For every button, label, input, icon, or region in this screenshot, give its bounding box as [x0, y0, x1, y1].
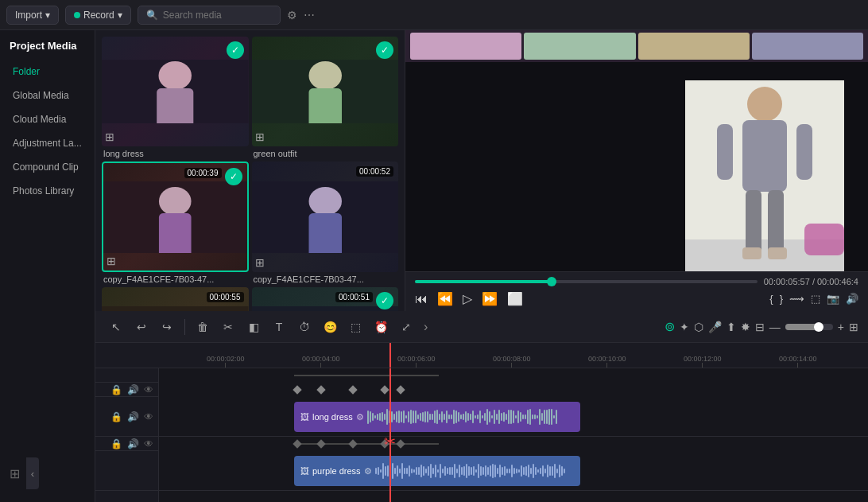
video-clip-long-dress[interactable]: 🖼 long dress ⚙ // Will be generated by i…	[294, 402, 580, 432]
track-video-lock-icon[interactable]: 🔒	[110, 411, 122, 422]
svg-point-4	[308, 61, 342, 90]
add-folder-button[interactable]: ⊞	[10, 466, 20, 481]
mic-button[interactable]: 🎤	[708, 321, 722, 333]
more-options-icon[interactable]: ⋯	[304, 9, 315, 21]
record-button[interactable]: Record ▾	[65, 6, 131, 25]
keyframe-diamond-mid[interactable]	[293, 439, 301, 448]
media-type-icon: ⊞	[107, 255, 116, 267]
list-item[interactable]: 00:00:39 ✓ ⊞ copy_F4AE1CFE-7B03-47...	[102, 161, 249, 283]
seek-bar[interactable]	[415, 280, 758, 283]
play-button[interactable]: ▷	[463, 291, 472, 306]
progress-fill	[415, 280, 552, 283]
mask-button[interactable]: ⬡	[694, 321, 703, 333]
timeline-mode-button[interactable]: ⊚	[665, 319, 675, 334]
media-thumbnail[interactable]: 00:00:52 ⊞	[252, 161, 399, 271]
track-lock-icon[interactable]: 🔒	[110, 384, 122, 395]
grid-button[interactable]: ⊞	[849, 321, 858, 333]
monitor-button[interactable]: ⬚	[811, 293, 820, 305]
delete-button[interactable]: 🗑	[192, 316, 214, 338]
sidebar-item-photos-library[interactable]: Photos Library	[3, 180, 91, 202]
sidebar-item-global-media[interactable]: Global Media	[3, 84, 91, 107]
track-audio-visible-icon[interactable]: 👁	[144, 438, 153, 449]
redo-button[interactable]: ↪	[156, 316, 178, 338]
progress-thumb[interactable]	[547, 277, 556, 286]
list-item[interactable]: ✓ ⊞ green outfit	[252, 37, 399, 158]
keyframe-diamond-mid[interactable]	[348, 439, 357, 448]
media-thumbnail[interactable]: ✓ ⊞	[252, 37, 399, 146]
keyframe-diamond[interactable]	[348, 385, 357, 394]
rewind-button[interactable]: ⏮	[415, 292, 428, 306]
sidebar-item-compound-clip[interactable]: Compound Clip	[3, 156, 91, 178]
keyframe-diamond[interactable]	[293, 385, 301, 394]
extract-button[interactable]: ⬆	[727, 321, 736, 333]
select-tool-button[interactable]: ↖	[105, 316, 127, 338]
list-item[interactable]: ✓ ⊞ long dress	[102, 37, 249, 158]
crop-button[interactable]: ◧	[242, 316, 265, 338]
zoom-slider[interactable]	[785, 324, 833, 330]
sidebar-item-cloud-media[interactable]: Cloud Media	[3, 108, 91, 130]
ruler-mark: 00:00:04:00	[302, 355, 340, 368]
diamond-row	[159, 383, 868, 397]
sidebar-item-adjustment[interactable]: Adjustment La...	[3, 132, 91, 154]
sidebar-item-folder[interactable]: Folder	[3, 60, 91, 83]
keyframe-diamond[interactable]	[396, 385, 405, 394]
list-item[interactable]: 00:00:55 ⊞ copy_F4AE1CFE-7B03-47...	[102, 287, 249, 311]
preview-progress-bar[interactable]: 00:00:05:57 / 00:00:46:4	[415, 277, 858, 286]
track-audio-lock-icon[interactable]: 🔒	[110, 438, 122, 449]
media-thumbnail[interactable]: ✓ ⊞	[102, 37, 249, 146]
list-item[interactable]: 00:00:52 ⊞ copy_F4AE1CFE-7B03-47...	[252, 161, 399, 283]
media-thumbnail[interactable]: 00:00:39 ✓ ⊞	[102, 161, 249, 271]
more-tools-button[interactable]: ›	[424, 320, 428, 334]
list-item[interactable]: 00:00:51 ✓ ⊞ copy_F4AE1CFE-7B03-47...	[252, 287, 399, 311]
media-selected-check: ✓	[376, 41, 393, 59]
keyframe-diamond-mid[interactable]	[316, 439, 325, 448]
undo-button[interactable]: ↩	[130, 316, 153, 338]
import-label: Import	[15, 10, 42, 21]
svg-point-1	[158, 61, 192, 90]
text-button[interactable]: T	[268, 316, 290, 338]
cut-button[interactable]: ✂	[217, 316, 239, 338]
filter-icon[interactable]: ⚙	[287, 9, 297, 21]
keyframe-diamond[interactable]	[316, 385, 325, 394]
step-back-button[interactable]: ⏪	[437, 291, 453, 306]
keyframe-diamond[interactable]	[380, 385, 389, 394]
timer-button[interactable]: ⏰	[370, 316, 392, 338]
search-input[interactable]	[163, 10, 272, 21]
expand-button[interactable]: ⤢	[395, 316, 417, 338]
media-type-icon: ⊞	[105, 130, 114, 143]
fullscreen-button[interactable]: ⬜	[507, 291, 523, 306]
media-panel: ✓ ⊞ long dress ✓	[95, 30, 405, 311]
step-forward-button[interactable]: ⏩	[482, 291, 498, 306]
keyframe-diamond-mid[interactable]	[396, 439, 405, 448]
import-button[interactable]: Import ▾	[6, 6, 59, 25]
clip-label: long dress	[312, 412, 353, 422]
track-audio-mute-icon[interactable]: 🔊	[127, 438, 139, 449]
split-button[interactable]: ⊟	[755, 321, 765, 333]
record-label: Record	[83, 10, 114, 21]
speed-button[interactable]: ⏱	[293, 316, 316, 338]
search-bar[interactable]: 🔍	[138, 6, 281, 25]
track-connector-line	[294, 375, 439, 376]
overlay-button[interactable]: ⬚	[344, 316, 366, 338]
sidebar-title: Project Media	[0, 37, 95, 60]
minus-button[interactable]: —	[769, 321, 781, 333]
media-thumbnail[interactable]: 00:00:51 ✓ ⊞	[252, 287, 399, 311]
audio-button[interactable]: 🔊	[846, 293, 858, 305]
mark-out-button[interactable]: }	[780, 293, 783, 305]
track-video-visible-icon[interactable]: 👁	[144, 411, 153, 422]
sidebar-collapse-button[interactable]: ‹	[26, 457, 39, 489]
media-thumbnail[interactable]: 00:00:55 ⊞	[102, 287, 249, 311]
emoji-button[interactable]: 😊	[319, 316, 341, 338]
media-item-label: copy_F4AE1CFE-7B03-47...	[252, 274, 399, 284]
track-mute-icon[interactable]: 🔊	[127, 384, 139, 395]
snapshot-button[interactable]: 📷	[827, 293, 839, 305]
audio-clip-purple-dress[interactable]: 🖼 purple dress ⚙	[294, 456, 580, 486]
track-video-mute-icon[interactable]: 🔊	[127, 411, 139, 422]
svg-rect-26	[742, 247, 761, 259]
ai-button[interactable]: ✸	[741, 321, 750, 333]
insert-button[interactable]: ⟿	[789, 293, 804, 305]
mark-in-button[interactable]: {	[769, 293, 773, 305]
plus-button[interactable]: +	[838, 321, 844, 333]
effects-button[interactable]: ✦	[680, 321, 689, 333]
track-visible-icon[interactable]: 👁	[144, 384, 153, 395]
